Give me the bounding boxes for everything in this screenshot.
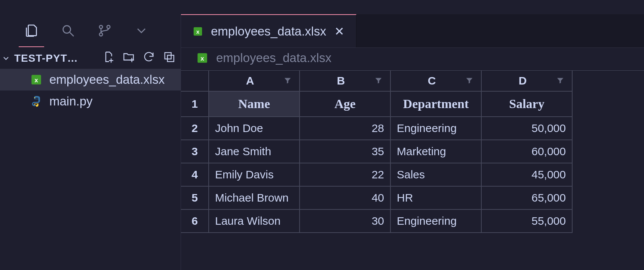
column-header-row: A B C D xyxy=(181,71,644,92)
explorer-header[interactable]: TEST-PYT… xyxy=(0,47,181,69)
tab-label: employees_data.xlsx xyxy=(211,24,326,39)
cell[interactable]: 40 xyxy=(300,187,391,210)
file-list: x employees_data.xlsx main.py xyxy=(0,69,181,112)
cell[interactable]: 30 xyxy=(300,210,391,233)
row-header[interactable]: 1 xyxy=(181,92,209,117)
cell[interactable]: Marketing xyxy=(391,140,482,163)
svg-line-1 xyxy=(70,33,74,36)
col-header-c[interactable]: C xyxy=(391,71,482,92)
row-header[interactable]: 2 xyxy=(181,117,209,140)
select-all-corner[interactable] xyxy=(181,71,209,92)
cell[interactable]: Engineering xyxy=(391,210,482,233)
cell[interactable]: 28 xyxy=(300,117,391,140)
svg-point-3 xyxy=(99,33,102,36)
col-header-b[interactable]: B xyxy=(300,71,391,92)
row-header[interactable]: 3 xyxy=(181,140,209,163)
svg-point-0 xyxy=(63,26,71,33)
cell[interactable]: 55,000 xyxy=(482,210,573,233)
collapse-button[interactable] xyxy=(163,50,175,66)
cell[interactable]: John Doe xyxy=(209,117,300,140)
new-file-button[interactable] xyxy=(102,50,115,66)
filter-icon[interactable] xyxy=(283,74,292,87)
table-row: 4 Emily Davis 22 Sales 45,000 xyxy=(181,163,644,187)
cell[interactable]: 45,000 xyxy=(482,163,573,187)
cell[interactable]: Age xyxy=(300,92,391,117)
titlebar xyxy=(0,0,644,14)
filter-icon[interactable] xyxy=(465,74,473,87)
filter-icon[interactable] xyxy=(374,74,383,87)
svg-rect-10 xyxy=(168,55,174,62)
cell[interactable]: Laura Wilson xyxy=(209,210,300,233)
cell[interactable]: Name xyxy=(209,92,300,117)
cell[interactable]: HR xyxy=(391,187,482,210)
cell[interactable]: 35 xyxy=(300,140,391,163)
branch-icon xyxy=(97,23,112,38)
row-header[interactable]: 4 xyxy=(181,163,209,187)
svg-point-4 xyxy=(107,25,110,28)
svg-text:x: x xyxy=(34,77,38,84)
svg-text:x: x xyxy=(200,55,204,62)
chevron-down-icon xyxy=(134,23,149,38)
cell[interactable]: Salary xyxy=(482,92,573,117)
search-tab[interactable] xyxy=(59,22,77,40)
col-header-d[interactable]: D xyxy=(482,71,573,92)
search-icon xyxy=(61,23,76,38)
file-item-python[interactable]: main.py xyxy=(0,90,181,112)
chevron-down-icon xyxy=(1,54,10,63)
cell[interactable]: Emily Davis xyxy=(209,163,300,187)
editor-main: x employees_data.xlsx ✕ x employees_data… xyxy=(181,14,644,270)
cell[interactable]: Michael Brown xyxy=(209,187,300,210)
table-row: 1 Name Age Department Salary xyxy=(181,92,644,117)
cell[interactable]: 50,000 xyxy=(482,117,573,140)
svg-point-13 xyxy=(34,97,35,98)
excel-icon: x xyxy=(196,52,209,64)
explorer-tab[interactable] xyxy=(22,22,40,40)
project-name: TEST-PYT… xyxy=(14,52,98,64)
more-tab[interactable] xyxy=(132,22,150,40)
table-row: 2 John Doe 28 Engineering 50,000 xyxy=(181,117,644,140)
new-folder-button[interactable] xyxy=(122,50,135,66)
file-name: employees_data.xlsx xyxy=(49,73,165,87)
breadcrumb[interactable]: x employees_data.xlsx xyxy=(181,48,644,70)
svg-point-2 xyxy=(99,25,102,28)
cell[interactable]: 65,000 xyxy=(482,187,573,210)
cell[interactable]: Sales xyxy=(391,163,482,187)
file-name: main.py xyxy=(49,94,93,108)
file-item-xlsx[interactable]: x employees_data.xlsx xyxy=(0,69,181,90)
row-header[interactable]: 5 xyxy=(181,187,209,210)
refresh-button[interactable] xyxy=(142,50,155,66)
python-icon xyxy=(30,95,43,108)
filter-icon[interactable] xyxy=(556,74,564,87)
close-icon[interactable]: ✕ xyxy=(334,24,345,39)
excel-icon: x xyxy=(30,73,43,86)
table-row: 6 Laura Wilson 30 Engineering 55,000 xyxy=(181,210,644,233)
spreadsheet: A B C D xyxy=(181,70,644,233)
cell[interactable]: Engineering xyxy=(391,117,482,140)
tab-employees-xlsx[interactable]: x employees_data.xlsx ✕ xyxy=(181,14,356,47)
svg-rect-9 xyxy=(165,53,171,59)
table-row: 5 Michael Brown 40 HR 65,000 xyxy=(181,187,644,210)
sidebar: TEST-PYT… x employees_data.xlsx xyxy=(0,14,181,270)
table-row: 3 Jane Smith 35 Marketing 60,000 xyxy=(181,140,644,163)
cell[interactable]: 22 xyxy=(300,163,391,187)
files-icon xyxy=(24,23,39,38)
col-header-a[interactable]: A xyxy=(209,71,300,92)
cell[interactable]: Department xyxy=(391,92,482,117)
tabbar: x employees_data.xlsx ✕ xyxy=(181,14,644,48)
scm-tab[interactable] xyxy=(96,22,114,40)
breadcrumb-label: employees_data.xlsx xyxy=(216,51,331,65)
cell[interactable]: 60,000 xyxy=(482,140,573,163)
row-header[interactable]: 6 xyxy=(181,210,209,233)
cell[interactable]: Jane Smith xyxy=(209,140,300,163)
excel-icon: x xyxy=(192,25,203,38)
svg-text:x: x xyxy=(196,28,200,35)
